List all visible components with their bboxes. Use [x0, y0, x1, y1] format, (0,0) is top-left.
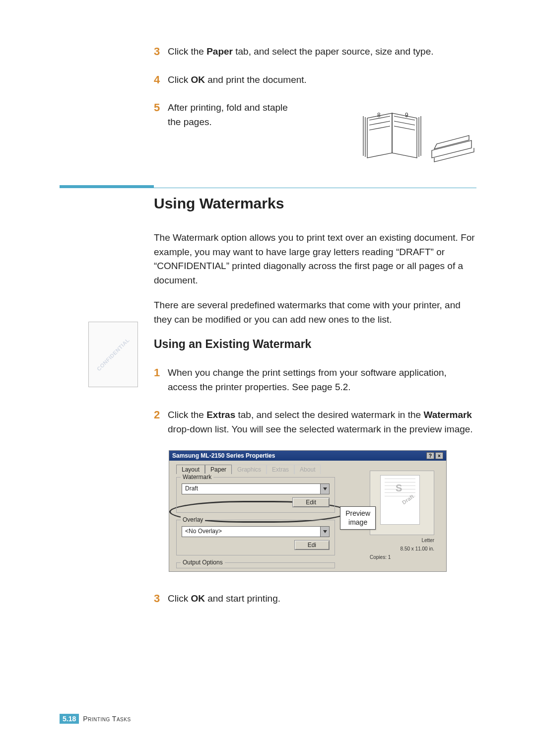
step-text: Click the Extras tab, and select the des… — [168, 408, 476, 436]
text: and print the document. — [205, 74, 307, 85]
fieldset-label: Watermark — [181, 474, 213, 481]
booklet-left-num: 8 — [377, 112, 381, 119]
step-number: 5 — [154, 101, 168, 115]
watermark-thumbnail: CONFIDENTIAL — [88, 322, 138, 387]
step-text: After printing, fold and staple the page… — [168, 101, 302, 129]
callout-text: Preview image — [345, 509, 370, 526]
text: tab, and select the paper source, size a… — [233, 46, 434, 57]
footer-chapter: 5. — [63, 715, 68, 723]
text: Click the — [168, 46, 206, 57]
watermark-intro-para1: The Watermark option allows you to print… — [154, 231, 476, 287]
dialog-titlebar: Samsung ML-2150 Series Properties ? × — [169, 451, 446, 461]
step-3: 3 Click the Paper tab, and select the pa… — [154, 45, 476, 59]
tab-graphics[interactable]: Graphics — [232, 465, 267, 474]
dialog-title: Samsung ML-2150 Series Properties — [172, 452, 275, 459]
bold-text: Paper — [206, 46, 233, 57]
watermark-intro-para2: There are several predefined watermarks … — [154, 298, 476, 327]
preview-area: S Draft Letter 8.50 x 11.00 in. Copies: … — [370, 471, 434, 560]
text: Click — [168, 74, 191, 85]
tab-layout[interactable]: Layout — [176, 465, 205, 474]
footer-section-title: Printing Tasks — [83, 715, 131, 723]
preview-watermark-text: Draft — [401, 493, 415, 506]
overlay-fieldset: Overlay <No Overlay> Edi — [176, 520, 335, 555]
preview-logo: S — [396, 482, 402, 494]
step-text: When you change the print settings from … — [168, 366, 476, 394]
step-number: 4 — [154, 73, 168, 87]
text: Click — [168, 593, 191, 604]
step-number: 3 — [154, 592, 168, 606]
mid-step-3: 3 Click OK and start printing. — [154, 592, 476, 606]
step-text: Click OK and print the document. — [168, 73, 307, 87]
section-heading-watermarks: Using Watermarks — [154, 195, 476, 212]
footer-page-badge: 5.18 — [60, 714, 79, 724]
preview-paper-size: Letter — [370, 537, 434, 544]
preview-pane: S Draft — [370, 471, 434, 535]
edit-watermark-button[interactable]: Edit — [292, 497, 330, 507]
bold-text: OK — [191, 74, 205, 85]
watermark-fieldset: Watermark Draft Edit — [176, 477, 335, 513]
step-number: 1 — [154, 366, 168, 380]
tab-extras[interactable]: Extras — [267, 465, 294, 474]
preview-paper-dims: 8.50 x 11.00 in. — [370, 546, 434, 552]
chevron-down-icon[interactable] — [320, 527, 329, 537]
text: Click the — [168, 410, 206, 420]
preview-paper: S Draft — [380, 475, 420, 525]
watermark-dropdown[interactable]: Draft — [182, 483, 330, 494]
step-text: Click the Paper tab, and select the pape… — [168, 45, 433, 59]
dropdown-value: <No Overlay> — [182, 527, 320, 537]
step-text: Click OK and start printing. — [168, 592, 280, 606]
chevron-down-icon[interactable] — [320, 484, 329, 494]
dropdown-value: Draft — [182, 484, 320, 494]
properties-dialog-screenshot: Samsung ML-2150 Series Properties ? × La… — [169, 450, 447, 572]
bold-text: OK — [191, 593, 205, 604]
help-button[interactable]: ? — [426, 452, 434, 459]
text: drop-down list. You will see the selecte… — [168, 424, 473, 434]
overlay-dropdown[interactable]: <No Overlay> — [182, 526, 330, 537]
bold-text: Watermark — [423, 410, 472, 420]
booklet-right-num: 9 — [405, 112, 408, 119]
step-5-row: 5 After printing, fold and staple the pa… — [154, 101, 476, 165]
text: tab, and select the desired watermark in… — [235, 410, 423, 420]
step-number: 3 — [154, 45, 168, 59]
tab-about[interactable]: About — [294, 465, 321, 474]
page-footer: 5.18 Printing Tasks — [60, 714, 131, 724]
edit-overlay-button[interactable]: Edi — [294, 540, 330, 550]
subheading-existing-watermark: Using an Existing Watermark — [154, 338, 476, 351]
close-button[interactable]: × — [435, 452, 443, 459]
fieldset-label: Overlay — [181, 516, 205, 523]
thumbnail-diagonal-text: CONFIDENTIAL — [96, 337, 131, 372]
tab-paper[interactable]: Paper — [205, 465, 232, 474]
mid-step-1: 1 When you change the print settings fro… — [154, 366, 476, 394]
mid-step-2: 2 Click the Extras tab, and select the d… — [154, 408, 476, 436]
output-options-fieldset: Output Options — [176, 562, 335, 568]
booklet-illustration: 8 9 — [357, 103, 476, 165]
footer-page: 18 — [68, 715, 76, 723]
bold-text: Extras — [206, 410, 235, 420]
text: and start printing. — [205, 593, 280, 604]
preview-copies: Copies: 1 — [370, 554, 434, 560]
fieldset-label: Output Options — [181, 559, 225, 566]
preview-callout-label: Preview image — [340, 506, 376, 529]
step-4: 4 Click OK and print the document. — [154, 73, 476, 87]
step-number: 2 — [154, 408, 168, 422]
dialog-body: Layout Paper Graphics Extras About Water… — [169, 461, 446, 571]
